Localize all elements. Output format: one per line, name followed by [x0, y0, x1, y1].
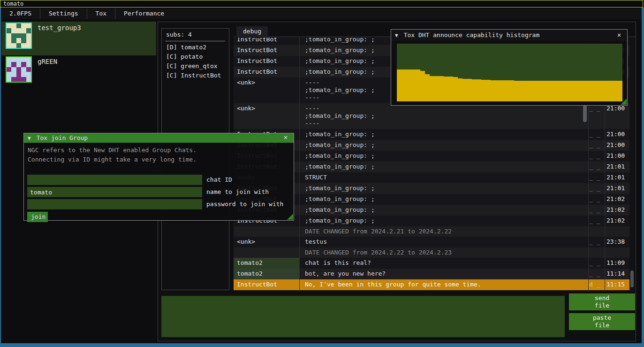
- message-text: ;tomato_in_group: ;: [301, 205, 585, 216]
- chat-message-input[interactable]: [161, 296, 565, 337]
- avatar-pixel: [21, 57, 26, 62]
- message-row[interactable]: <unk>testus_ _23:38: [234, 237, 629, 247]
- avatar-pixel: [26, 72, 31, 77]
- join-password-label: password to join with: [206, 200, 283, 208]
- message-row[interactable]: tomato2chat is this real?_ _11:09: [234, 258, 629, 269]
- message-sender: <unk>: [234, 237, 299, 247]
- histogram-bar: [486, 80, 491, 101]
- avatar-pixel: [21, 28, 26, 33]
- avatar-pixel: [11, 62, 16, 67]
- avatar-pixel: [11, 23, 16, 28]
- message-row[interactable]: <unk>---- ;tomato_in_group: ; ----_ _21:…: [234, 103, 629, 129]
- join-name-label: name to join with: [206, 188, 269, 195]
- histogram-bar: [552, 81, 557, 101]
- message-text: testus: [301, 237, 585, 247]
- histogram-bar: [523, 81, 528, 101]
- join-group-window: ▼Tox join Group ✕ NGC refers to the New …: [23, 133, 294, 221]
- collapse-arrow-icon[interactable]: ▼: [395, 32, 398, 39]
- avatar-pixel: [16, 57, 21, 62]
- histogram-bar: [585, 81, 590, 101]
- histogram-bar: [444, 77, 448, 102]
- avatar-pixel: [7, 43, 11, 48]
- message-timestamp: 21:00: [606, 105, 629, 112]
- join-info-line1: NGC refers to the New DHT enabled Group …: [24, 143, 294, 155]
- close-icon[interactable]: ✕: [615, 31, 623, 39]
- sidebar-group-test_group3[interactable]: test_group3: [1, 22, 156, 55]
- chat-scrollbar-thumb[interactable]: [630, 270, 634, 287]
- message-text: STRUCT: [301, 172, 585, 183]
- message-text: ;tomato_in_group: ;: [301, 151, 585, 162]
- message-timestamp: 21:00: [606, 152, 629, 159]
- message-flags: d _: [589, 281, 604, 288]
- member-item[interactable]: [C] potato: [166, 53, 227, 62]
- avatar-pixel: [26, 67, 31, 72]
- resize-grip[interactable]: [621, 99, 627, 105]
- menu-item-2-0fps[interactable]: 2.0FPS: [1, 8, 40, 19]
- histogram-bar: [519, 81, 523, 101]
- message-text: ;tomato_in_group: ;: [301, 140, 585, 151]
- histogram-bar: [434, 76, 439, 101]
- avatar-pixel: [7, 62, 11, 67]
- message-text: ;tomato_in_group: ;: [301, 162, 585, 172]
- message-sender: InstructBot: [234, 38, 299, 45]
- paste-file-button[interactable]: paste file: [569, 313, 635, 330]
- subs-separator: [165, 41, 225, 41]
- collapse-arrow-icon[interactable]: ▼: [28, 135, 31, 141]
- date-row[interactable]: DATE CHANGED from 2024.2.22 to 2024.2.23: [234, 247, 629, 258]
- join-name-input[interactable]: [27, 187, 202, 197]
- menu-item-settings[interactable]: Settings: [40, 8, 87, 19]
- histogram-bar: [505, 80, 509, 101]
- chat-id-input[interactable]: [27, 175, 202, 185]
- window-title: tomato: [3, 0, 23, 7]
- date-row[interactable]: DATE CHANGED from 2024.2.21 to 2024.2.22: [234, 226, 629, 237]
- close-icon[interactable]: ✕: [281, 133, 290, 142]
- message-flags: _ _: [589, 131, 604, 138]
- chat-scrollbar-track[interactable]: [629, 38, 635, 292]
- subs-count: subs: 4: [166, 31, 192, 38]
- message-flags: _ _: [589, 238, 604, 245]
- member-item[interactable]: [D] tomato2: [166, 44, 227, 53]
- message-row[interactable]: InstructBotNo, I've been in this group f…: [234, 279, 629, 290]
- histogram-bar: [566, 81, 571, 101]
- group-name: test_group3: [38, 24, 81, 31]
- message-row[interactable]: tomato2bot, are you new here?_ _11:14: [234, 269, 629, 279]
- histogram-bar: [613, 81, 618, 101]
- avatar-pixel: [21, 23, 26, 28]
- resize-grip[interactable]: [287, 214, 293, 220]
- message-timestamp: 21:00: [606, 141, 629, 148]
- avatar-pixel: [16, 67, 21, 72]
- avatar-pixel: [16, 28, 21, 33]
- histogram-bar: [411, 69, 416, 101]
- tab-debug[interactable]: debug: [236, 26, 268, 37]
- join-password-input[interactable]: [27, 199, 202, 209]
- avatar-pixel: [11, 77, 16, 82]
- message-flags: _ _: [589, 174, 604, 181]
- join-button[interactable]: join: [27, 212, 48, 222]
- avatar-pixel: [16, 72, 21, 77]
- avatar-pixel: [16, 38, 21, 43]
- join-group-titlebar[interactable]: ▼Tox join Group ✕: [24, 133, 294, 143]
- histogram-bar: [477, 79, 481, 101]
- member-item[interactable]: [C] InstructBot: [166, 72, 227, 81]
- message-flags: _ _: [589, 206, 604, 213]
- message-scrollbar-thumb[interactable]: [583, 105, 587, 122]
- histogram-bar: [547, 81, 552, 101]
- app-window: tomato 2.0FPSSettingsToxPerformance test…: [0, 0, 644, 347]
- menu-item-performance[interactable]: Performance: [115, 8, 173, 19]
- sidebar-group-gREEN[interactable]: gREEN: [1, 55, 156, 89]
- send-file-button[interactable]: send file: [569, 293, 635, 310]
- message-sender: InstructBot: [234, 56, 299, 67]
- message-text: No, I've been in this group for quite so…: [301, 279, 585, 290]
- member-item[interactable]: [C] green_qtox: [166, 62, 227, 72]
- window-titlebar[interactable]: tomato: [0, 0, 643, 8]
- window-border-bottom: [0, 343, 644, 347]
- histogram-bar: [430, 76, 434, 101]
- message-flags: _ _: [589, 185, 604, 192]
- group-name: gREEN: [38, 58, 57, 65]
- message-flags: _ _: [589, 270, 604, 277]
- dht-capability-histogram: [397, 44, 622, 101]
- menu-item-tox[interactable]: Tox: [87, 8, 115, 19]
- message-text: ;tomato_in_group: ;: [301, 129, 585, 140]
- dht-histogram-window: ▼Tox DHT announce capability histogram ✕: [391, 29, 628, 106]
- dht-histogram-titlebar[interactable]: ▼Tox DHT announce capability histogram ✕: [391, 30, 627, 41]
